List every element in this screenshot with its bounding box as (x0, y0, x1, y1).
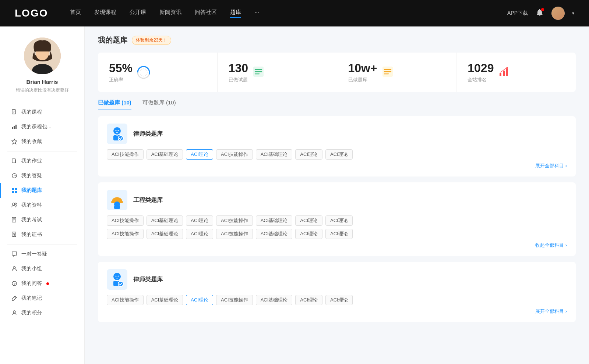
nav-open-course[interactable]: 公开课 (130, 9, 146, 18)
tag-1-0[interactable]: ACI技能操作 (107, 215, 144, 226)
sidebar-item-points[interactable]: 我的积分 (0, 306, 84, 320)
expand-link-0[interactable]: 展开全部科目 › (107, 163, 567, 169)
nav-more[interactable]: ··· (254, 9, 259, 18)
tag-2-6[interactable]: ACI理论 (325, 295, 353, 305)
rank-icon (498, 66, 511, 79)
tag-1-3[interactable]: ACI技能操作 (216, 215, 253, 226)
tag-1-r2-3[interactable]: ACI技能操作 (216, 229, 253, 239)
avatar[interactable] (551, 7, 565, 20)
tag-1-r2-6[interactable]: ACI理论 (325, 229, 353, 239)
tag-2-4[interactable]: ACI基础理论 (256, 295, 293, 305)
tag-0-3[interactable]: ACI技能操作 (216, 149, 253, 160)
sidebar-item-group[interactable]: 我的小组 (0, 261, 84, 276)
sidebar-item-exam[interactable]: 我的考试 (0, 213, 84, 227)
svg-point-51 (116, 130, 117, 131)
badge-icon (11, 231, 18, 238)
menu-divider-2 (7, 244, 77, 245)
chat-icon (11, 251, 18, 257)
tag-0-5[interactable]: ACI理论 (295, 149, 322, 160)
nav-question-bank[interactable]: 题库 (230, 9, 241, 18)
bank-card-lawyer-1: 律师类题库 ACI技能操作 ACI基础理论 ACI理论 ACI技能操作 ACI基… (98, 116, 576, 176)
title-row: 我的题库 体验剩余23天！ (98, 35, 576, 45)
sidebar-menu: 我的课程 我的课程包... 我的收藏 我的作业 (0, 101, 84, 324)
expand-link-2[interactable]: 展开全部科目 › (107, 308, 567, 315)
tag-1-r2-1[interactable]: ACI基础理论 (147, 229, 183, 239)
done-banks-label: 已做题库 (348, 76, 377, 83)
sidebar-item-notes[interactable]: 我的笔记 (0, 291, 84, 306)
navbar: LOGO 首页 发现课程 公开课 新闻资讯 问答社区 题库 ··· APP下载 … (0, 0, 589, 26)
done-questions-value: 130 (229, 61, 248, 75)
tag-1-4[interactable]: ACI基础理论 (256, 215, 293, 226)
nav-discover[interactable]: 发现课程 (94, 9, 116, 18)
tag-2-1[interactable]: ACI基础理论 (147, 295, 183, 305)
sidebar-item-profile[interactable]: 我的资料 (0, 198, 84, 213)
svg-point-48 (113, 127, 121, 135)
sidebar-item-one-on-one[interactable]: 一对一答疑 (0, 247, 84, 261)
sidebar-item-certificate[interactable]: 我的证书 (0, 227, 84, 242)
bar-chart-icon (11, 124, 18, 130)
nav-news[interactable]: 新闻资讯 (159, 9, 181, 18)
tag-1-r2-4[interactable]: ACI基础理论 (256, 229, 293, 239)
tag-1-r2-5[interactable]: ACI理论 (295, 229, 322, 239)
sidebar-item-favorites[interactable]: 我的收藏 (0, 134, 84, 149)
question-mark-icon: ? (11, 280, 18, 287)
collapse-link-1[interactable]: 收起全部科目 › (107, 242, 567, 249)
qa-notification-dot (46, 282, 49, 285)
sidebar-item-qa[interactable]: ? 我的答疑 (0, 168, 84, 183)
tag-0-6[interactable]: ACI理论 (325, 149, 353, 160)
app-download-button[interactable]: APP下载 (507, 10, 528, 17)
stat-rank: 1029 全站排名 (456, 53, 576, 92)
svg-point-21 (15, 203, 17, 204)
tags-row-lawyer-2: ACI技能操作 ACI基础理论 ACI理论 ACI技能操作 ACI基础理论 AC… (107, 295, 567, 305)
sidebar-item-my-course[interactable]: 我的课程 (0, 105, 84, 119)
stat-accuracy: 55% 正确率 (98, 53, 218, 92)
tag-1-1[interactable]: ACI基础理论 (147, 215, 183, 226)
bank-card-engineer: 工程类题库 ACI技能操作 ACI基础理论 ACI理论 ACI技能操作 ACI基… (98, 182, 576, 256)
tag-2-3[interactable]: ACI技能操作 (216, 295, 253, 305)
sidebar-item-course-package[interactable]: 我的课程包... (0, 119, 84, 134)
svg-point-32 (13, 311, 15, 313)
tag-1-6[interactable]: ACI理论 (325, 215, 353, 226)
tabs-row: 已做题库 (10) 可做题库 (10) (98, 99, 576, 110)
edit-icon (11, 158, 18, 164)
svg-point-28 (13, 267, 15, 269)
done-questions-label: 已做试题 (229, 76, 248, 83)
nav-qa[interactable]: 问答社区 (195, 9, 217, 18)
rank-value: 1029 (468, 61, 494, 75)
svg-rect-17 (15, 188, 17, 190)
tab-done-banks[interactable]: 已做题库 (10) (98, 99, 131, 110)
page-layout: Brian Harris 错误的决定比没有决定要好 我的课程 我的课程包... (0, 26, 589, 364)
sidebar-item-my-qa[interactable]: ? 我的问答 (0, 276, 84, 291)
svg-point-58 (118, 281, 123, 286)
tag-2-2[interactable]: ACI理论 (186, 295, 213, 305)
logo[interactable]: LOGO (15, 7, 48, 19)
svg-point-56 (113, 273, 121, 280)
grid-icon (11, 187, 18, 194)
svg-point-52 (118, 130, 119, 131)
tag-2-0[interactable]: ACI技能操作 (107, 295, 144, 305)
tag-1-5[interactable]: ACI理论 (295, 215, 322, 226)
tag-0-4[interactable]: ACI基础理论 (256, 149, 293, 160)
tag-1-r2-0[interactable]: ACI技能操作 (107, 229, 144, 239)
svg-rect-11 (15, 125, 17, 129)
svg-text:?: ? (14, 282, 16, 286)
notification-bell[interactable] (535, 8, 544, 18)
nav-home[interactable]: 首页 (70, 9, 81, 18)
tab-available-banks[interactable]: 可做题库 (10) (142, 99, 176, 110)
sidebar: Brian Harris 错误的决定比没有决定要好 我的课程 我的课程包... (0, 26, 85, 364)
svg-point-20 (13, 203, 15, 205)
nav-links: 首页 发现课程 公开课 新闻资讯 问答社区 题库 ··· (70, 9, 507, 18)
tag-1-r2-2[interactable]: ACI理论 (186, 229, 213, 239)
sidebar-item-homework[interactable]: 我的作业 (0, 154, 84, 168)
bank-title-lawyer-2: 律师类题库 (133, 276, 163, 283)
avatar-dropdown-icon[interactable]: ▾ (572, 11, 574, 16)
tag-0-1[interactable]: ACI基础理论 (147, 149, 183, 160)
tag-0-2[interactable]: ACI理论 (186, 149, 213, 160)
file-icon (11, 109, 18, 115)
tag-1-2[interactable]: ACI理论 (186, 215, 213, 226)
tag-2-5[interactable]: ACI理论 (295, 295, 322, 305)
svg-line-31 (14, 297, 16, 298)
tag-0-0[interactable]: ACI技能操作 (107, 149, 144, 160)
profile-section: Brian Harris 错误的决定比没有决定要好 (0, 26, 84, 101)
sidebar-item-question-bank[interactable]: 我的题库 (0, 183, 84, 198)
